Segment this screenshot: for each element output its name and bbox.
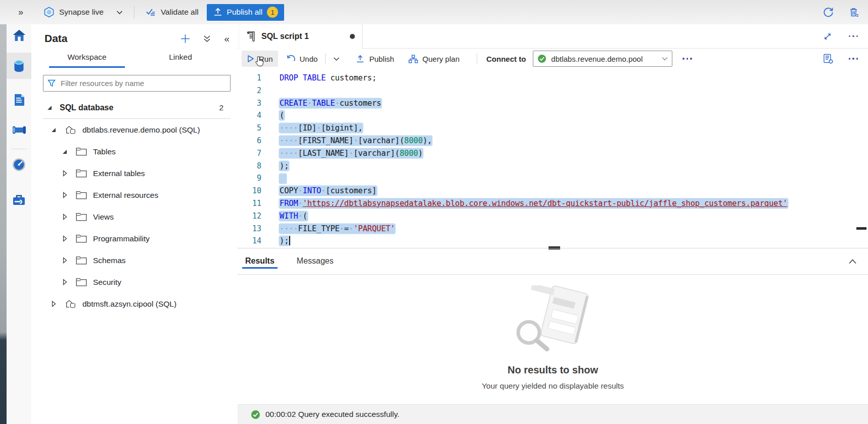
refresh-icon[interactable] bbox=[823, 7, 834, 18]
code-line[interactable]: 5····[ID]·[bigint], bbox=[238, 122, 868, 135]
collapsed-twisty-icon[interactable] bbox=[62, 257, 69, 264]
tree-item-label: Security bbox=[93, 278, 121, 287]
tab-workspace[interactable]: Workspace bbox=[49, 53, 125, 68]
collapse-results-icon[interactable] bbox=[848, 259, 857, 264]
nav-manage[interactable] bbox=[7, 187, 31, 213]
collapsed-twisty-icon[interactable] bbox=[62, 235, 69, 242]
tree-item-views[interactable]: Views bbox=[43, 206, 231, 228]
toolbar-separator bbox=[477, 53, 477, 64]
add-resource-icon[interactable] bbox=[180, 34, 190, 44]
publish-all-label: Publish all bbox=[227, 8, 263, 17]
undo-button[interactable]: Undo bbox=[281, 51, 323, 67]
query-plan-icon bbox=[408, 55, 418, 63]
collapsed-twisty-icon[interactable] bbox=[62, 214, 69, 220]
selection-highlight: CREATE·TABLE·customers bbox=[280, 99, 381, 108]
tree-item-tables[interactable]: Tables bbox=[43, 141, 231, 162]
tab-results[interactable]: Results bbox=[244, 248, 276, 274]
properties-icon[interactable] bbox=[823, 54, 834, 64]
tree-item-dbtmsft-azsyn-cipool-sql[interactable]: dbtmsft.azsyn.cipool (SQL) bbox=[43, 293, 231, 315]
nav-monitor[interactable] bbox=[7, 151, 31, 178]
tree-item-external-tables[interactable]: External tables bbox=[43, 162, 231, 184]
code-line[interactable]: 8); bbox=[238, 160, 868, 173]
code-line[interactable]: 12WITH·( bbox=[238, 210, 868, 223]
database-icon bbox=[65, 299, 76, 309]
tree-item-dbtlabs-revenue-demo-pool-sql[interactable]: dbtlabs.revenue.demo.pool (SQL) bbox=[43, 119, 231, 141]
text-cursor bbox=[289, 236, 290, 245]
code-line[interactable]: 10COPY·INTO·[customers] bbox=[238, 185, 868, 197]
code-line[interactable]: 9 bbox=[238, 172, 868, 185]
tree-item-security[interactable]: Security bbox=[43, 271, 231, 293]
query-plan-button[interactable]: Query plan bbox=[403, 51, 465, 67]
tree-item-label: dbtlabs.revenue.demo.pool (SQL) bbox=[82, 125, 200, 135]
results-empty-state: No results to show Your query yielded no… bbox=[238, 274, 868, 405]
tree-item-external-resources[interactable]: External resources bbox=[43, 184, 231, 206]
editor-scrollbar-thumb[interactable] bbox=[856, 227, 866, 230]
code-line[interactable]: 2 bbox=[238, 84, 868, 97]
expanded-twisty-icon[interactable] bbox=[47, 105, 54, 111]
chevron-down-icon bbox=[662, 57, 668, 61]
undo-label: Undo bbox=[300, 55, 318, 63]
line-number: 12 bbox=[238, 210, 261, 223]
run-label: Run bbox=[259, 55, 273, 63]
folder-icon bbox=[76, 213, 87, 221]
selection-highlight: FROM·'https://dbtlabsynapsedatalake.blob… bbox=[280, 199, 788, 208]
mode-selector[interactable]: Synapse live bbox=[43, 7, 123, 18]
connect-to-label: Connect to bbox=[486, 55, 526, 63]
run-button[interactable]: Run bbox=[242, 51, 278, 67]
data-panel-tabs: Workspace Linked bbox=[31, 53, 238, 68]
undo-redo-dropdown-icon[interactable] bbox=[328, 51, 345, 67]
tab-linked[interactable]: Linked bbox=[153, 53, 208, 68]
filter-box bbox=[43, 75, 231, 92]
collapsed-twisty-icon[interactable] bbox=[62, 279, 69, 285]
expand-editor-icon[interactable] bbox=[824, 32, 832, 40]
code-line[interactable]: 11FROM·'https://dbtlabsynapsedatalake.bl… bbox=[238, 197, 868, 210]
nav-data[interactable] bbox=[7, 53, 31, 79]
expanded-twisty-icon[interactable] bbox=[62, 149, 69, 155]
toolbar-more-actions-icon[interactable] bbox=[680, 56, 694, 62]
publish-all-button[interactable]: Publish all 1 bbox=[207, 4, 285, 21]
tree-item-schemas[interactable]: Schemas bbox=[43, 249, 231, 271]
code-line[interactable]: 6····[FIRST_NAME]·[varchar](8000), bbox=[238, 135, 868, 147]
selection-highlight: ); bbox=[280, 161, 289, 171]
tree-item-programmability[interactable]: Programmability bbox=[43, 228, 231, 249]
expand-menu-icon[interactable]: » bbox=[18, 8, 23, 17]
publish-button[interactable]: Publish bbox=[351, 51, 399, 67]
validate-label: Validate all bbox=[161, 8, 199, 17]
pool-name: dbtlabs.revenue.demo.pool bbox=[551, 55, 643, 63]
code-line[interactable]: 1DROP TABLE customers; bbox=[238, 72, 868, 84]
validate-all-button[interactable]: Validate all bbox=[146, 8, 199, 17]
unsaved-dot bbox=[350, 34, 355, 39]
code-editor[interactable]: 1DROP TABLE customers;23CREATE·TABLE·cus… bbox=[238, 69, 868, 250]
code-line[interactable]: 7····[LAST_NAME]·[varchar](8000) bbox=[238, 147, 868, 160]
tree-item-label: Tables bbox=[93, 147, 116, 156]
code-line[interactable]: 3CREATE·TABLE·customers bbox=[238, 97, 868, 110]
tree-item-count: 2 bbox=[219, 103, 231, 112]
collapsed-twisty-icon[interactable] bbox=[62, 192, 69, 198]
selection-highlight: ····FILE_TYPE·=·'PARQUET' bbox=[280, 224, 395, 233]
pool-select[interactable]: dbtlabs.revenue.demo.pool bbox=[533, 51, 672, 67]
code-line[interactable]: 13····FILE_TYPE·=·'PARQUET' bbox=[238, 223, 868, 235]
filter-input[interactable] bbox=[60, 78, 226, 88]
editor-more-actions-icon[interactable] bbox=[847, 56, 860, 62]
folder-icon bbox=[76, 256, 87, 265]
tree-item-sql-database[interactable]: SQL database2 bbox=[43, 97, 231, 119]
collapsed-twisty-icon[interactable] bbox=[62, 170, 69, 177]
window-edge-strip bbox=[0, 24, 7, 424]
status-text: 00:00:02 Query executed successfully. bbox=[265, 410, 399, 419]
nav-home[interactable] bbox=[7, 22, 31, 49]
nav-integrate[interactable] bbox=[7, 117, 31, 143]
tab-more-actions-icon[interactable] bbox=[847, 33, 860, 39]
code-line[interactable]: 4( bbox=[238, 109, 868, 122]
document-tab-bar: SQL script 1 bbox=[238, 24, 868, 49]
collapsed-twisty-icon[interactable] bbox=[51, 301, 58, 307]
discard-trash-icon[interactable] bbox=[848, 7, 860, 18]
code-line[interactable]: 14); bbox=[238, 235, 868, 247]
tab-sql-script-1[interactable]: SQL script 1 bbox=[239, 24, 362, 49]
expanded-twisty-icon[interactable] bbox=[51, 127, 58, 133]
selection-highlight: ····[ID]·[bigint], bbox=[280, 123, 362, 133]
collapse-panel-icon[interactable]: « bbox=[224, 34, 230, 44]
nav-develop[interactable] bbox=[7, 87, 31, 113]
collapse-all-icon[interactable] bbox=[203, 34, 211, 43]
no-results-illustration-icon bbox=[509, 285, 597, 357]
tab-messages[interactable]: Messages bbox=[296, 248, 335, 274]
